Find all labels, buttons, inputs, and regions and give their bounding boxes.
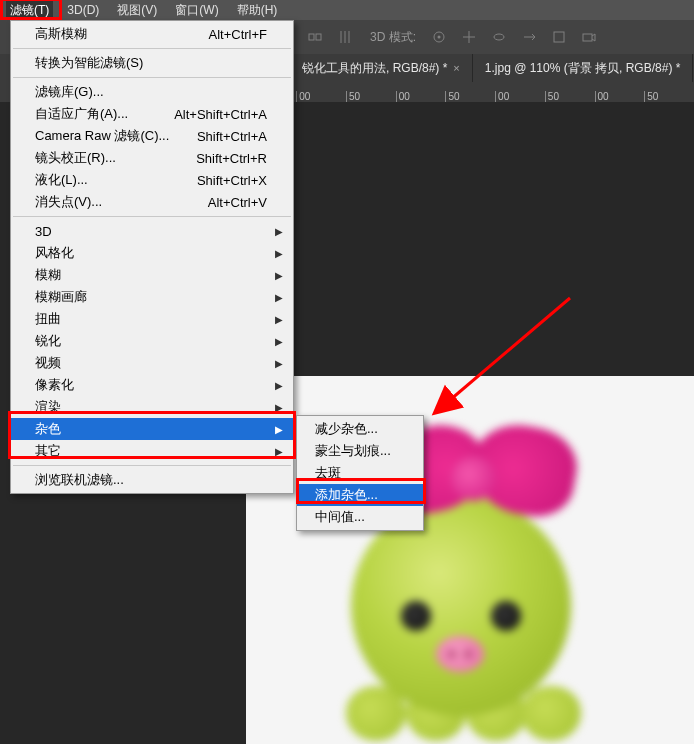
menu-item-blur[interactable]: 模糊▶: [11, 264, 293, 286]
camera-icon[interactable]: [578, 26, 600, 48]
chevron-right-icon: ▶: [275, 402, 283, 413]
noise-submenu: 减少杂色... 蒙尘与划痕... 去斑 添加杂色... 中间值...: [296, 415, 424, 531]
menu-item-camera-raw[interactable]: Camera Raw 滤镜(C)...Shift+Ctrl+A: [11, 125, 293, 147]
chevron-right-icon: ▶: [275, 292, 283, 303]
svg-rect-8: [554, 32, 564, 42]
submenu-reduce-noise[interactable]: 减少杂色...: [297, 418, 423, 440]
submenu-median[interactable]: 中间值...: [297, 506, 423, 528]
menu-item-render[interactable]: 渲染▶: [11, 396, 293, 418]
menu-item-blur-gallery[interactable]: 模糊画廊▶: [11, 286, 293, 308]
menu-item-smart-filter[interactable]: 转换为智能滤镜(S): [11, 52, 293, 74]
menu-item-liquify[interactable]: 液化(L)...Shift+Ctrl+X: [11, 169, 293, 191]
submenu-add-noise[interactable]: 添加杂色...: [297, 484, 423, 506]
menu-item-last-filter[interactable]: 高斯模糊Alt+Ctrl+F: [11, 23, 293, 45]
chevron-right-icon: ▶: [275, 380, 283, 391]
menubar: 滤镜(T) 3D(D) 视图(V) 窗口(W) 帮助(H): [0, 0, 694, 20]
chevron-right-icon: ▶: [275, 314, 283, 325]
tab-doc-2[interactable]: 1.jpg @ 110% (背景 拷贝, RGB/8#) *: [473, 54, 694, 82]
menu-item-noise[interactable]: 杂色▶: [11, 418, 293, 440]
scale-icon[interactable]: [548, 26, 570, 48]
close-icon[interactable]: ×: [453, 62, 459, 74]
svg-rect-0: [309, 34, 314, 40]
svg-rect-9: [583, 34, 592, 41]
chevron-right-icon: ▶: [275, 248, 283, 259]
chevron-right-icon: ▶: [275, 446, 283, 457]
menu-filter[interactable]: 滤镜(T): [6, 0, 53, 21]
menu-item-distort[interactable]: 扭曲▶: [11, 308, 293, 330]
scrubby-zoom-icon[interactable]: [304, 26, 326, 48]
menu-3d[interactable]: 3D(D): [63, 1, 103, 19]
vertical-icon[interactable]: [334, 26, 356, 48]
svg-point-6: [438, 36, 441, 39]
menu-item-sharpen[interactable]: 锐化▶: [11, 330, 293, 352]
chevron-right-icon: ▶: [275, 226, 283, 237]
menu-item-lens-correction[interactable]: 镜头校正(R)...Shift+Ctrl+R: [11, 147, 293, 169]
chevron-right-icon: ▶: [275, 358, 283, 369]
menu-window[interactable]: 窗口(W): [171, 0, 222, 21]
menu-item-browse-online[interactable]: 浏览联机滤镜...: [11, 469, 293, 491]
submenu-despeckle[interactable]: 去斑: [297, 462, 423, 484]
menu-item-pixelate[interactable]: 像素化▶: [11, 374, 293, 396]
menu-item-stylize[interactable]: 风格化▶: [11, 242, 293, 264]
menu-item-adaptive-wide[interactable]: 自适应广角(A)...Alt+Shift+Ctrl+A: [11, 103, 293, 125]
filter-menu-panel: 高斯模糊Alt+Ctrl+F 转换为智能滤镜(S) 滤镜库(G)... 自适应广…: [10, 20, 294, 494]
menu-item-filter-gallery[interactable]: 滤镜库(G)...: [11, 81, 293, 103]
chevron-right-icon: ▶: [275, 270, 283, 281]
mode-label: 3D 模式:: [370, 29, 416, 46]
pan-icon[interactable]: [458, 26, 480, 48]
menu-item-vanishing[interactable]: 消失点(V)...Alt+Ctrl+V: [11, 191, 293, 213]
menu-help[interactable]: 帮助(H): [233, 0, 282, 21]
submenu-dust-scratches[interactable]: 蒙尘与划痕...: [297, 440, 423, 462]
tab-doc-1[interactable]: 锐化工具的用法, RGB/8#) *×: [290, 54, 473, 82]
menu-item-3d[interactable]: 3D▶: [11, 220, 293, 242]
rotate-icon[interactable]: [488, 26, 510, 48]
svg-rect-1: [316, 34, 321, 40]
menu-item-video[interactable]: 视频▶: [11, 352, 293, 374]
slide-icon[interactable]: [518, 26, 540, 48]
svg-point-7: [494, 34, 504, 40]
menu-item-other[interactable]: 其它▶: [11, 440, 293, 462]
orbit-icon[interactable]: [428, 26, 450, 48]
chevron-right-icon: ▶: [275, 424, 283, 435]
menu-view[interactable]: 视图(V): [113, 0, 161, 21]
chevron-right-icon: ▶: [275, 336, 283, 347]
